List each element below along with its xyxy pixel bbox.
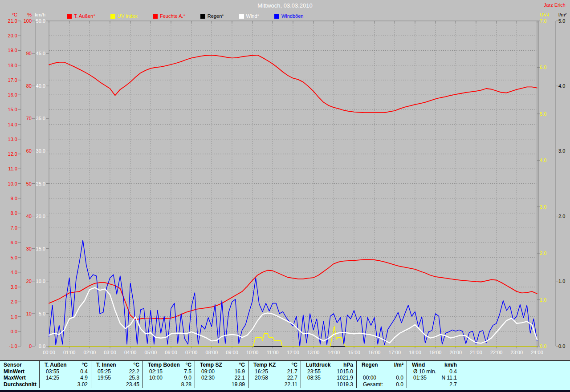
svg-text:10: 10: [26, 311, 32, 316]
cell-value: 22.7: [287, 375, 301, 381]
svg-text:25.0: 25.0: [36, 181, 45, 186]
cell-time: 01:35: [407, 375, 427, 381]
table-cell: 08:351021.9: [301, 375, 356, 381]
cell-time: Gesamt:: [357, 381, 383, 388]
sensor-unit: l/m²: [394, 362, 407, 368]
svg-text:0.0: 0.0: [540, 344, 546, 349]
svg-text:80: 80: [26, 83, 32, 89]
svg-text:5.0: 5.0: [558, 18, 565, 24]
cell-time: 16:25: [248, 368, 268, 375]
chart-area: Mittwoch, 03.03.2010 Jarz Erich T. Außen…: [0, 0, 570, 360]
table-cell: 8.28: [142, 381, 195, 388]
table-row-label: MaxWert: [0, 375, 39, 381]
table-cell: 23.45: [91, 381, 142, 388]
sensor-unit: km/h: [444, 362, 460, 368]
table-cell: 23:551015.0: [301, 368, 356, 375]
svg-text:0.0: 0.0: [558, 344, 565, 349]
table-cell: 14:254.9: [39, 375, 91, 381]
svg-text:10.0: 10.0: [8, 181, 17, 186]
cell-value: 0.4: [449, 368, 460, 375]
svg-text:03:00: 03:00: [104, 350, 116, 355]
table-cell: 02:3022.1: [195, 375, 248, 381]
svg-text:0.0: 0.0: [11, 329, 17, 334]
cell-time: 20:58: [248, 375, 268, 381]
sensor-name: Temp SZ: [195, 362, 222, 368]
sensor-unit: °C: [186, 362, 195, 368]
svg-text:8.0: 8.0: [11, 210, 17, 216]
svg-text:24:00: 24:00: [531, 350, 543, 355]
table-cell: 00:000.0: [356, 375, 407, 381]
svg-text:5.0: 5.0: [39, 311, 45, 316]
table-header-wind: Windkm/h: [407, 361, 460, 368]
svg-text:30: 30: [26, 246, 32, 251]
cell-time: 09:00: [195, 368, 215, 375]
cell-value: 1021.9: [337, 375, 356, 381]
svg-text:35.0: 35.0: [36, 116, 45, 121]
table-row-label: Durchschnitt: [0, 381, 39, 388]
cell-value: N 11.1: [442, 375, 460, 381]
cell-value: 0.0: [396, 381, 407, 388]
cell-time: 03:55: [40, 368, 59, 375]
cell-time: 00:00: [357, 375, 376, 381]
row-label: Durchschnitt: [0, 381, 37, 388]
svg-text:16.0: 16.0: [8, 92, 17, 97]
svg-text:06:00: 06:00: [165, 350, 177, 355]
cell-time: 14:25: [40, 375, 59, 381]
table-filler: [460, 361, 570, 368]
table-cell: 1019.3: [301, 381, 356, 388]
sensor-name: Wind: [407, 362, 425, 368]
svg-text:15:00: 15:00: [348, 350, 360, 355]
row-label: MinWert: [0, 368, 24, 375]
sensor-unit: °C: [239, 362, 248, 368]
table-cell: 02:157.5: [142, 368, 195, 375]
svg-text:7.0: 7.0: [11, 225, 17, 230]
svg-text:0.0: 0.0: [39, 344, 45, 349]
cell-value: 25.3: [129, 375, 142, 381]
axes: -1.00.01.02.03.04.05.06.07.08.09.010.011…: [8, 12, 567, 349]
svg-text:11.0: 11.0: [8, 166, 17, 171]
svg-text:19.0: 19.0: [8, 48, 17, 53]
table-filler: [460, 368, 570, 375]
svg-text:20.0: 20.0: [36, 214, 45, 219]
svg-text:UV-I: UV-I: [540, 12, 549, 17]
svg-text:°C: °C: [12, 12, 17, 17]
sensor-unit: °C: [292, 362, 301, 368]
cell-time: 02:15: [143, 368, 163, 375]
svg-text:20: 20: [26, 279, 32, 284]
svg-text:70: 70: [26, 116, 32, 121]
svg-text:5.0: 5.0: [540, 111, 546, 117]
svg-text:18.0: 18.0: [8, 63, 17, 68]
table-corner-label: Sensor: [0, 362, 22, 368]
svg-text:-1.0: -1.0: [9, 344, 17, 349]
cell-time: 02:30: [195, 375, 215, 381]
svg-text:3.0: 3.0: [11, 284, 17, 290]
cell-value: 8.28: [181, 381, 195, 388]
cell-value: 21.7: [287, 368, 301, 375]
table-cell: 20:5822.7: [248, 375, 301, 381]
svg-text:19:00: 19:00: [429, 350, 442, 355]
sensor-unit: hPa: [343, 362, 356, 368]
table-cell: 19.89: [195, 381, 248, 388]
svg-text:20:00: 20:00: [450, 350, 462, 355]
cell-time: 05:25: [91, 368, 111, 375]
bottom-strip: [0, 390, 570, 392]
table-cell: 05:2522.2: [91, 368, 142, 375]
svg-text:9.0: 9.0: [11, 196, 17, 201]
svg-text:13.0: 13.0: [8, 137, 17, 142]
svg-text:4.0: 4.0: [558, 83, 565, 89]
cell-value: 3.02: [77, 381, 91, 388]
svg-text:23:00: 23:00: [511, 350, 523, 355]
svg-text:2.0: 2.0: [11, 299, 17, 304]
table-header-t-innen: T. Innen°C: [91, 361, 142, 368]
svg-text:07:00: 07:00: [185, 350, 198, 355]
svg-text:20.0: 20.0: [8, 33, 17, 38]
cell-value: 19.89: [232, 381, 248, 388]
cell-value: 23.45: [126, 381, 142, 388]
svg-text:13:00: 13:00: [307, 350, 320, 355]
table-cell: 09:0016.9: [195, 368, 248, 375]
svg-text:15.0: 15.0: [8, 107, 17, 112]
cell-value: 1019.3: [337, 381, 356, 388]
cell-value: 7.5: [184, 368, 195, 375]
plot-frame: [49, 21, 538, 348]
table-cell: 10:009.0: [142, 375, 195, 381]
